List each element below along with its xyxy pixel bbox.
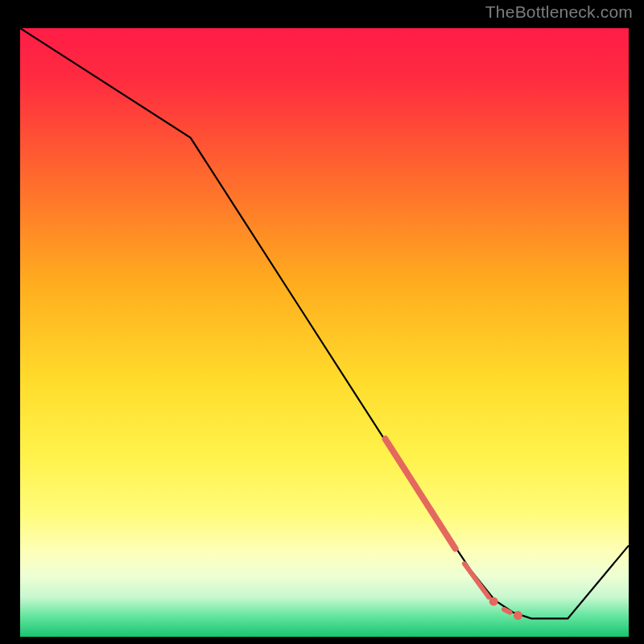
gradient-background <box>20 28 629 637</box>
highlight-segment <box>504 609 510 613</box>
attribution-label: TheBottleneck.com <box>485 2 633 22</box>
chart-root: TheBottleneck.com <box>0 0 644 644</box>
highlight-dot <box>489 597 498 606</box>
highlight-dot <box>514 611 522 620</box>
plot-area <box>16 24 633 641</box>
chart-svg <box>20 28 629 637</box>
